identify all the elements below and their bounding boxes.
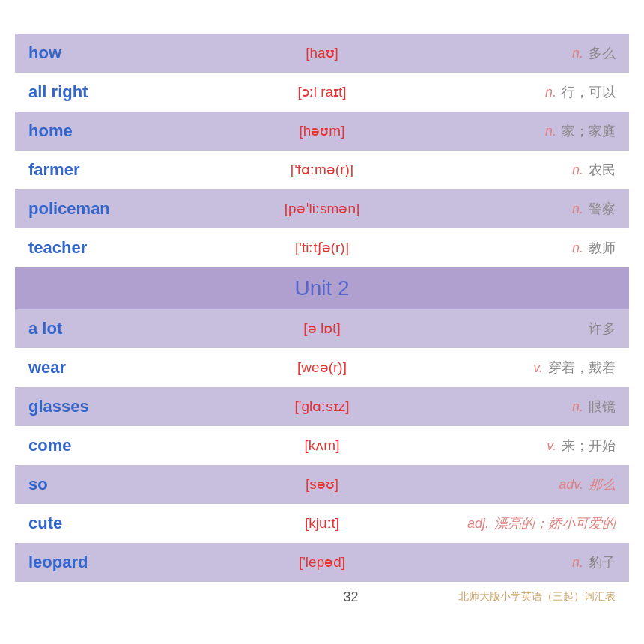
unit1-rows: how[haʊ]n. 多么all right[ɔːl raɪt]n. 行，可以h…: [15, 34, 629, 267]
meaning: n. 行，可以: [466, 83, 616, 101]
meaning: v. 穿着，戴着: [466, 359, 616, 377]
word: all right: [28, 82, 178, 102]
pos: n.: [572, 46, 587, 61]
page-number: 32: [243, 589, 458, 605]
meaning-text: 漂亮的；娇小可爱的: [494, 516, 616, 531]
table-row: farmer['fɑːmə(r)]n. 农民: [15, 151, 629, 189]
pos: n.: [545, 124, 560, 139]
pos: n.: [572, 240, 587, 255]
word: leopard: [28, 553, 178, 572]
pos: adv.: [559, 477, 587, 492]
phonetic: [ɔːl raɪt]: [178, 83, 466, 100]
table-row: wear[weə(r)]v. 穿着，戴着: [15, 348, 629, 387]
word: a lot: [28, 319, 178, 338]
phonetic: [kʌm]: [178, 437, 466, 454]
meaning-text: 来；开始: [562, 438, 616, 453]
pos: n.: [572, 162, 587, 177]
word: farmer: [28, 160, 178, 180]
meaning: 许多: [466, 320, 616, 338]
meaning: n. 教师: [466, 239, 616, 257]
meaning-text: 行，可以: [562, 85, 616, 100]
word: how: [28, 43, 178, 63]
word: so: [28, 475, 178, 494]
pos: n.: [572, 201, 587, 216]
phonetic: [pəˈliːsmən]: [178, 200, 466, 217]
word: glasses: [28, 397, 178, 416]
phonetic: ['glɑːsɪz]: [178, 398, 466, 415]
meaning-text: 许多: [589, 321, 616, 336]
meaning-text: 穿着，戴着: [548, 360, 616, 375]
meaning: n. 农民: [466, 161, 616, 179]
meaning: n. 眼镜: [466, 398, 616, 416]
table-row: leopard['lepəd]n. 豹子: [15, 543, 629, 582]
pos: v.: [533, 360, 547, 375]
meaning-text: 教师: [589, 240, 616, 255]
meaning-text: 警察: [589, 201, 616, 216]
meaning: n. 家；家庭: [466, 122, 616, 140]
meaning: adj. 漂亮的；娇小可爱的: [466, 514, 616, 532]
meaning-text: 豹子: [589, 555, 616, 570]
table-row: so[səʊ]adv. 那么: [15, 465, 629, 504]
word: come: [28, 436, 178, 455]
meaning: n. 多么: [466, 44, 616, 62]
meaning-text: 农民: [589, 162, 616, 177]
phonetic: [haʊ]: [178, 44, 466, 61]
word: home: [28, 121, 178, 141]
meaning: adv. 那么: [466, 476, 616, 493]
phonetic: [ə lɒt]: [178, 320, 466, 337]
phonetic: ['tiːtʃə(r)]: [178, 239, 466, 256]
table-row: policeman[pəˈliːsmən]n. 警察: [15, 189, 629, 228]
word: wear: [28, 358, 178, 377]
pos: n.: [545, 85, 560, 100]
unit-header: Unit 2: [15, 267, 629, 309]
meaning-text: 多么: [589, 46, 616, 61]
word: cute: [28, 514, 178, 533]
table-row: how[haʊ]n. 多么: [15, 34, 629, 73]
table-row: come[kʌm]v. 来；开始: [15, 426, 629, 465]
phonetic: ['fɑːmə(r)]: [178, 161, 466, 178]
unit-title: Unit 2: [294, 276, 349, 300]
phonetic: [weə(r)]: [178, 359, 466, 376]
pos: n.: [572, 555, 587, 570]
phonetic: [səʊ]: [178, 476, 466, 493]
vocabulary-page: how[haʊ]n. 多么all right[ɔːl raɪt]n. 行，可以h…: [15, 26, 629, 619]
meaning: n. 警察: [466, 200, 616, 218]
meaning-text: 家；家庭: [562, 124, 616, 139]
table-row: teacher['tiːtʃə(r)]n. 教师: [15, 228, 629, 267]
table-row: a lot[ə lɒt]许多: [15, 309, 629, 348]
unit2-rows: a lot[ə lɒt]许多wear[weə(r)]v. 穿着，戴着glasse…: [15, 309, 629, 582]
pos: v.: [547, 438, 560, 453]
phonetic: [kjuːt]: [178, 514, 466, 532]
pos: adj.: [467, 516, 493, 531]
word: policeman: [28, 199, 178, 219]
book-title: 北师大版小学英语（三起）词汇表: [458, 590, 616, 604]
word: teacher: [28, 238, 178, 258]
meaning: v. 来；开始: [466, 437, 616, 455]
meaning: n. 豹子: [466, 553, 616, 571]
page-footer: 32 北师大版小学英语（三起）词汇表: [15, 589, 629, 605]
phonetic: [həʊm]: [178, 122, 466, 139]
pos: n.: [572, 399, 587, 414]
table-row: glasses['glɑːsɪz]n. 眼镜: [15, 387, 629, 426]
table-row: all right[ɔːl raɪt]n. 行，可以: [15, 73, 629, 112]
table-row: home[həʊm]n. 家；家庭: [15, 112, 629, 151]
meaning-text: 眼镜: [589, 399, 616, 414]
table-row: cute[kjuːt]adj. 漂亮的；娇小可爱的: [15, 504, 629, 543]
meaning-text: 那么: [589, 477, 616, 492]
phonetic: ['lepəd]: [178, 553, 466, 571]
